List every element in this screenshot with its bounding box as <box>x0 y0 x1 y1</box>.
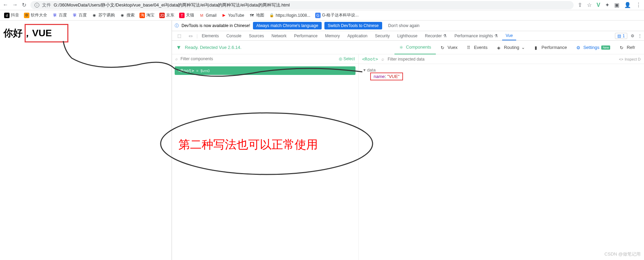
routing-icon: ◈ <box>497 45 502 50</box>
performance-icon: ▮ <box>535 45 539 50</box>
bookmark-item[interactable]: ◉苏宁易购 <box>92 12 115 18</box>
star-icon[interactable]: ☆ <box>587 2 592 8</box>
tab-routing[interactable]: ◈Routing ⌄ <box>492 41 530 54</box>
address-bar[interactable]: i 文件 G:/360MoveData/Users/静小文/Desktop/vu… <box>30 1 574 9</box>
search-icon: ◉ <box>120 13 125 18</box>
tab-performance[interactable]: ▮Performance <box>530 41 572 54</box>
bookmark-item[interactable]: 🔒https://login.1008... <box>269 13 310 18</box>
search-icon: ⌕ <box>381 56 384 62</box>
match-language-button[interactable]: Always match Chrome's language <box>253 22 322 29</box>
tab-vue[interactable]: Vue <box>502 31 516 40</box>
bookmark-item[interactable]: ⚙软件大全 <box>24 12 47 18</box>
annotation-box-vue <box>25 24 68 42</box>
software-icon: ⚙ <box>24 13 29 18</box>
dont-show-button[interactable]: Don't show again <box>385 22 423 29</box>
bookmark-item[interactable]: 掌百度 <box>52 12 67 18</box>
extensions-icon[interactable]: ✦ <box>605 2 609 8</box>
root-component-row[interactable]: <Root> = $vm0 <box>175 66 355 75</box>
share-icon[interactable]: ⇪ <box>578 2 582 8</box>
tab-components[interactable]: ⚛Components <box>394 41 436 54</box>
main-area: 你好，VUE ⓘ DevTools is now available in Ch… <box>0 21 644 260</box>
refresh-button[interactable]: ↻Refr <box>615 41 640 54</box>
refresh-icon: ↻ <box>620 45 625 50</box>
youtube-icon: ▶ <box>221 13 227 18</box>
data-property-row[interactable]: name: "VUE" <box>370 73 403 80</box>
baidu-icon: 掌 <box>52 13 57 18</box>
vue-toolbar: ▼ Ready. Detected Vue 2.6.14. ⚛Component… <box>172 41 644 54</box>
component-tree: <Root> = $vm0 <box>172 64 358 78</box>
bookmark-item[interactable]: JD京东 <box>159 12 174 18</box>
tab-settings[interactable]: ⚙Settings New <box>572 41 615 54</box>
bookmark-item[interactable]: 掌百度 <box>72 12 87 18</box>
tab-console[interactable]: Console <box>223 31 245 40</box>
select-button[interactable]: ◎Select <box>339 56 355 61</box>
watermark: CSDN @做笔记用 <box>604 251 641 257</box>
device-icon[interactable]: ▭ <box>185 31 196 40</box>
bookmark-item[interactable]: MGmail <box>199 13 216 18</box>
suning-icon: ◉ <box>92 13 97 18</box>
filter-components-input[interactable] <box>180 56 336 61</box>
filter-data-input[interactable] <box>388 57 616 62</box>
tab-application[interactable]: Application <box>344 31 371 40</box>
taobao-icon: 淘 <box>139 13 145 18</box>
bookmark-item[interactable]: ▶YouTube <box>221 13 244 18</box>
window-icon[interactable]: ▣ <box>614 2 619 8</box>
forward-button[interactable]: → <box>12 2 18 8</box>
tab-elements[interactable]: Elements <box>198 31 222 40</box>
switch-chinese-button[interactable]: Switch DevTools to Chinese <box>324 22 382 29</box>
back-button[interactable]: ← <box>3 2 8 8</box>
grid-icon: G <box>315 13 321 18</box>
tab-recorder[interactable]: Recorder ⚗ <box>421 31 450 40</box>
search-icon: ⌕ <box>175 56 178 61</box>
vue-extension-icon[interactable]: V <box>596 2 600 8</box>
code-icon: <> <box>619 57 623 61</box>
reload-button[interactable]: ↻ <box>22 2 26 8</box>
settings-icon[interactable]: ⚙ <box>631 34 634 38</box>
tab-vuex[interactable]: ↻Vuex <box>436 41 462 54</box>
flask-icon: ⚗ <box>443 34 447 38</box>
tab-security[interactable]: Security <box>372 31 393 40</box>
devtools-notice: ⓘ DevTools is now available in Chinese! … <box>172 21 644 31</box>
vue-logo-icon: ▼ <box>176 44 182 51</box>
baidu-icon: 掌 <box>72 13 77 18</box>
more-icon[interactable]: ⋮ <box>638 34 642 38</box>
tab-performance[interactable]: Performance <box>291 31 321 40</box>
file-label: 文件 <box>42 2 51 8</box>
douyin-icon: d <box>4 13 10 18</box>
tab-lighthouse[interactable]: Lighthouse <box>394 31 421 40</box>
info-icon: ⓘ <box>175 23 179 29</box>
tab-memory[interactable]: Memory <box>322 31 343 40</box>
data-section-toggle[interactable]: ▾ data <box>363 67 639 73</box>
vuex-icon: ↻ <box>441 45 445 50</box>
bookmark-item[interactable]: 淘淘宝 <box>139 12 155 18</box>
maps-icon: 🗺 <box>249 13 255 18</box>
page-content: 你好，VUE <box>0 21 172 260</box>
inspect-dom-button[interactable]: <>Inspect D <box>619 57 641 61</box>
bookmark-item[interactable]: 🗺地图 <box>249 12 264 18</box>
inspect-icon[interactable]: ⬚ <box>174 31 185 40</box>
bookmark-item[interactable]: ◉搜索 <box>120 12 135 18</box>
gear-icon: ⚙ <box>576 45 581 50</box>
lock-icon: 🔒 <box>269 13 274 18</box>
bookmark-item[interactable]: T天猫 <box>179 12 194 18</box>
notice-text: DevTools is now available in Chinese! <box>182 23 250 28</box>
flask-icon: ⚗ <box>494 34 498 38</box>
profile-icon[interactable]: 👤 <box>624 2 631 8</box>
gmail-icon: M <box>199 13 204 18</box>
nav-arrows: ← → ↻ <box>3 2 26 8</box>
bookmark-item[interactable]: d抖音 <box>4 12 19 18</box>
inspector-body: ▾ data name: "VUE" <box>359 64 644 84</box>
info-icon: i <box>35 3 39 8</box>
tab-sources[interactable]: Sources <box>245 31 267 40</box>
root-label: <Root> <box>362 56 378 62</box>
target-icon: ◎ <box>339 56 342 61</box>
tab-events[interactable]: ⠿Events <box>462 41 492 54</box>
inspector-header: <Root> ⌕ <>Inspect D <box>359 54 644 64</box>
url-text: G:/360MoveData/Users/静小文/Desktop/vue_bas… <box>54 2 290 8</box>
devtools-tabs: ⬚ ▭ | Elements Console Sources Network P… <box>172 31 644 41</box>
issues-badge[interactable]: ▤ 1 <box>615 33 627 39</box>
menu-icon[interactable]: ⋮ <box>636 2 641 8</box>
bookmark-item[interactable]: GG-格子达本科毕设... <box>315 12 359 18</box>
tab-network[interactable]: Network <box>268 31 290 40</box>
tab-perf-insights[interactable]: Performance insights ⚗ <box>451 31 501 40</box>
